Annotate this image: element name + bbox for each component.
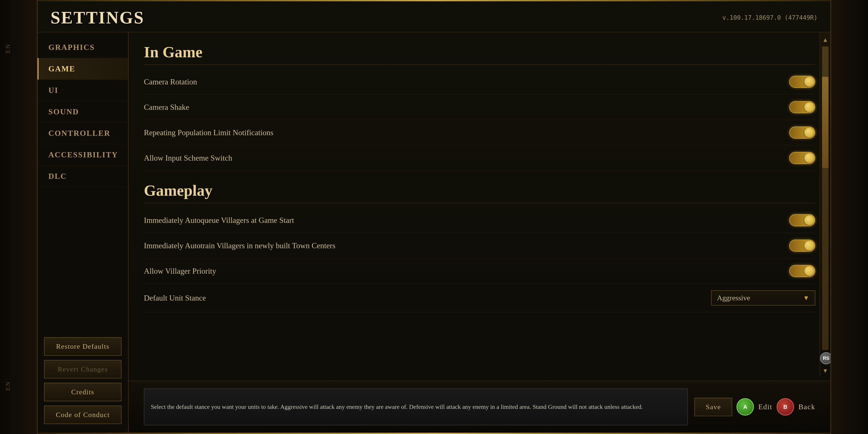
sidebar-bottom: Restore Defaults Revert Changes Credits … — [37, 331, 128, 433]
scrollbar-track[interactable]: ▲ RS ▼ — [819, 32, 831, 376]
sidebar-item-dlc[interactable]: DLC — [37, 165, 128, 187]
camera-shake-knob — [804, 102, 814, 112]
setting-row-villager-priority: Allow Villager Priority — [144, 258, 815, 284]
scroll-area[interactable]: In Game Camera Rotation Camera Shake — [129, 32, 831, 381]
scrollbar-thumb-area — [822, 46, 829, 350]
pop-limit-toggle[interactable] — [789, 126, 815, 139]
unit-stance-label: Default Unit Stance — [144, 293, 206, 303]
side-text-left-top: EN — [4, 43, 11, 53]
sidebar-item-controller[interactable]: CONTROLLER — [37, 123, 128, 144]
left-decoration: EN EN — [0, 0, 37, 434]
sidebar: GRAPHICS GAME UI SOUND CONTROLLER ACCESS… — [37, 32, 129, 433]
sidebar-item-graphics[interactable]: GRAPHICS — [37, 37, 128, 58]
camera-rotation-knob — [804, 77, 814, 87]
rs-badge: RS — [820, 352, 831, 364]
autotrain-toggle[interactable] — [789, 240, 815, 252]
settings-panel: SETTINGS v.100.17.18697.0 (477449R) GRAP… — [37, 0, 831, 434]
bottom-border — [37, 433, 831, 434]
scrollbar-thumb — [822, 77, 829, 168]
action-buttons: Save A Edit B Back — [694, 398, 815, 416]
b-button[interactable]: B — [777, 398, 794, 415]
content-area: GRAPHICS GAME UI SOUND CONTROLLER ACCESS… — [37, 32, 831, 433]
autoqueue-label: Immediately Autoqueue Villagers at Game … — [144, 216, 294, 225]
villager-priority-knob — [804, 266, 814, 276]
restore-defaults-button[interactable]: Restore Defaults — [44, 337, 122, 356]
camera-shake-label: Camera Shake — [144, 103, 189, 112]
tooltip-text: Select the default stance you want your … — [151, 402, 643, 411]
camera-rotation-toggle[interactable] — [789, 76, 815, 88]
autoqueue-knob — [804, 215, 814, 225]
villager-priority-label: Allow Villager Priority — [144, 267, 216, 276]
a-button-label: A — [743, 404, 747, 410]
villager-priority-toggle[interactable] — [789, 265, 815, 277]
section-title-ingame: In Game — [144, 43, 815, 65]
setting-row-input-scheme: Allow Input Scheme Switch — [144, 145, 815, 171]
scrollbar-arrow-down[interactable]: ▼ — [820, 365, 831, 376]
side-text-left-bottom: EN — [4, 381, 11, 391]
credits-button[interactable]: Credits — [44, 383, 122, 401]
right-decoration — [831, 0, 868, 434]
save-button[interactable]: Save — [694, 398, 732, 416]
setting-row-camera-rotation: Camera Rotation — [144, 69, 815, 95]
code-of-conduct-button[interactable]: Code of Conduct — [44, 406, 122, 424]
autoqueue-toggle[interactable] — [789, 214, 815, 226]
setting-row-pop-limit: Repeating Population Limit Notifications — [144, 120, 815, 145]
camera-rotation-label: Camera Rotation — [144, 77, 197, 86]
unit-stance-dropdown[interactable]: Aggressive ▼ — [711, 290, 815, 306]
scrollbar-arrow-up[interactable]: ▲ — [820, 34, 831, 45]
input-scheme-knob — [804, 153, 814, 163]
version-text: v.100.17.18697.0 (477449R) — [722, 14, 817, 21]
pop-limit-label: Repeating Population Limit Notifications — [144, 128, 273, 137]
a-button[interactable]: A — [737, 398, 754, 415]
back-label: Back — [798, 403, 815, 411]
autotrain-label: Immediately Autotrain Villagers in newly… — [144, 241, 336, 250]
setting-row-camera-shake: Camera Shake — [144, 95, 815, 120]
setting-row-unit-stance: Default Unit Stance Aggressive ▼ — [144, 284, 815, 312]
page-title: SETTINGS — [51, 8, 144, 28]
input-scheme-toggle[interactable] — [789, 152, 815, 164]
sidebar-item-ui[interactable]: UI — [37, 80, 128, 101]
pop-limit-knob — [804, 128, 814, 137]
revert-changes-button[interactable]: Revert Changes — [44, 360, 122, 378]
scroll-padding — [144, 312, 815, 325]
edit-label: Edit — [758, 403, 772, 411]
autotrain-knob — [804, 241, 814, 250]
bottom-bar: Select the default stance you want your … — [129, 381, 831, 433]
unit-stance-value: Aggressive — [717, 294, 803, 302]
setting-row-autotrain: Immediately Autotrain Villagers in newly… — [144, 233, 815, 258]
sidebar-item-accessibility[interactable]: ACCESSIBILITY — [37, 144, 128, 165]
b-button-label: B — [783, 404, 787, 410]
sidebar-item-sound[interactable]: SOUND — [37, 101, 128, 123]
dropdown-arrow-icon: ▼ — [803, 294, 809, 302]
setting-row-autoqueue: Immediately Autoqueue Villagers at Game … — [144, 208, 815, 233]
input-scheme-label: Allow Input Scheme Switch — [144, 153, 232, 162]
tooltip-box: Select the default stance you want your … — [144, 389, 688, 425]
sidebar-item-game[interactable]: GAME — [37, 58, 128, 80]
main-content: In Game Camera Rotation Camera Shake — [129, 32, 831, 433]
header: SETTINGS v.100.17.18697.0 (477449R) — [37, 1, 831, 32]
section-title-gameplay: Gameplay — [144, 182, 815, 203]
camera-shake-toggle[interactable] — [789, 101, 815, 113]
